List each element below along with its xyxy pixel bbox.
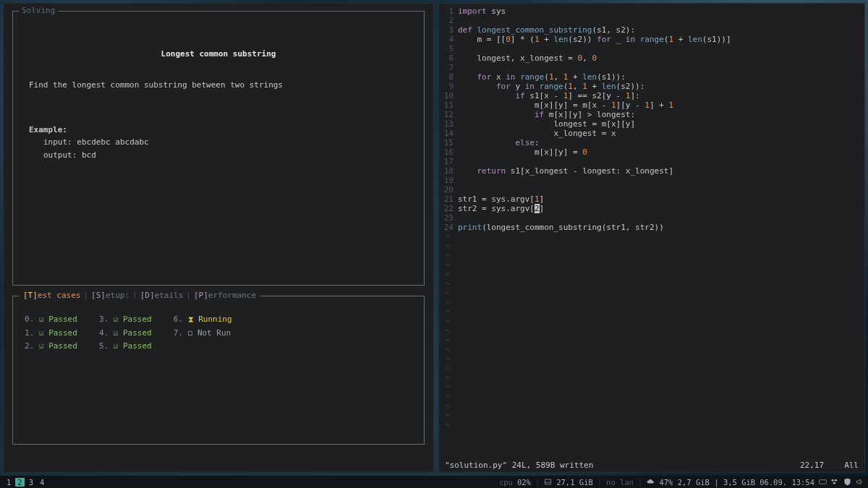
code-text[interactable]: str2 = sys.argv[2] [458,204,860,213]
code-line[interactable]: 10 if s1[x - 1] == s2[y - 1]: [442,91,860,100]
code-line[interactable]: 22str2 = sys.argv[2] [442,204,860,213]
code-text[interactable] [458,44,860,53]
test-case[interactable]: 3. ☑ Passed [99,314,152,326]
empty-line: ~ [442,373,860,382]
code-line[interactable]: 14 x_longest = x [442,129,860,138]
code-line[interactable]: 11 m[x][y] = m[x - 1][y - 1] + 1 [442,100,860,110]
code-line[interactable]: 2 [442,16,860,25]
empty-line: ~ [442,307,860,317]
code-text[interactable]: print(longest_common_substring(str1, str… [458,223,860,232]
code-line[interactable]: 18 return s1[x_longest - longest: x_long… [442,166,860,176]
empty-line: ~ [442,260,860,270]
code-text[interactable] [458,63,860,72]
cursor: 2 [535,204,540,213]
code-line[interactable]: 12 if m[x][y] > longest: [442,110,860,119]
code-line[interactable]: 15 else: [442,138,860,147]
line-number: 14 [442,129,458,138]
example-input: input: ebcdebc abcdabc [43,136,408,149]
line-number: 10 [442,91,458,100]
test-case[interactable]: 5. ☑ Passed [99,341,152,353]
code-text[interactable]: longest = m[x][y] [458,119,860,129]
code-text[interactable] [458,213,860,223]
keyboard-icon[interactable] [819,478,827,486]
example-output: output: bcd [43,149,408,162]
code-line[interactable]: 16 m[x][y] = 0 [442,147,860,157]
workspace-1[interactable]: 1 [4,478,13,487]
code-text[interactable]: str1 = sys.argv[1] [458,194,860,204]
code-text[interactable]: for y in range(1, 1 + len(s2)): [458,82,860,91]
code-text[interactable] [458,176,860,185]
code-text[interactable]: def longest_common_substring(s1, s2): [458,25,860,35]
code-line[interactable]: 7 [442,63,860,72]
tab-est cases[interactable]: [T]est cases [23,291,80,300]
code-text[interactable] [458,185,860,194]
clock: 06.09. 13:54 [760,478,814,487]
code-text[interactable]: longest, x_longest = 0, 0 [458,53,860,63]
code-line[interactable]: 17 [442,157,860,166]
separator: | [638,478,642,487]
test-case[interactable]: 7. ◻ Not Run [174,328,232,340]
empty-line: ~ [442,317,860,326]
disk-icon[interactable] [544,478,552,486]
code-text[interactable] [458,16,860,25]
empty-line: ~ [442,335,860,345]
code-line[interactable]: 8 for x in range(1, 1 + len(s1)): [442,72,860,82]
code-text[interactable]: m = [[0] * (1 + len(s2)) for _ in range(… [458,35,860,44]
workspace-4[interactable]: 4 [38,478,46,487]
code-text[interactable]: m[x][y] = m[x - 1][y - 1] + 1 [458,100,860,110]
problem-title: Longest common substring [23,49,414,59]
vim-status-message: "solution.py" 24L, 589B written [445,461,593,470]
code-line[interactable]: 5 [442,44,860,53]
code-text[interactable]: m[x][y] = 0 [458,147,860,157]
empty-line: ~ [442,392,860,401]
code-text[interactable]: return s1[x_longest - longest: x_longest… [458,166,860,176]
empty-line: ~ [442,241,860,251]
code-line[interactable]: 3def longest_common_substring(s1, s2): [442,25,860,35]
code-text[interactable]: if s1[x - 1] == s2[y - 1]: [458,91,860,100]
code-line[interactable]: 20 [442,185,860,194]
code-text[interactable]: if m[x][y] > longest: [458,110,860,119]
example-header: Example: [29,124,408,137]
test-case[interactable]: 6. ⧗ Running [174,314,232,326]
tab-erformance[interactable]: [P]erformance [194,291,256,300]
volume-icon[interactable] [856,478,864,486]
code-line[interactable]: 1import sys [442,7,860,16]
tab-etails[interactable]: [D]etails [140,291,184,300]
tab-etup:[interactable]: [S]etup: [91,291,129,300]
code-text[interactable] [458,157,860,166]
line-number: 4 [442,35,458,44]
problem-pane: Solving Longest common substring Find th… [3,3,434,473]
shield-icon[interactable] [843,478,851,486]
vim-status-bar: "solution.py" 24L, 589B written 22,17 Al… [439,458,864,472]
code-text[interactable]: x_longest = x [458,129,860,138]
code-line[interactable]: 13 longest = m[x][y] [442,119,860,129]
problem-box-label: Solving [19,6,58,15]
code-line[interactable]: 24print(longest_common_substring(str1, s… [442,223,860,232]
workspace-2[interactable]: 2 [15,478,24,487]
code-line[interactable]: 9 for y in range(1, 1 + len(s2)): [442,82,860,91]
code-line[interactable]: 23 [442,213,860,223]
code-editor[interactable]: 1import sys23def longest_common_substrin… [439,4,864,458]
test-case[interactable]: 4. ☑ Passed [99,328,152,340]
test-case[interactable]: 1. ☑ Passed [25,328,77,340]
tab-separator: | [186,291,191,300]
test-case[interactable]: 0. ☑ Passed [25,314,77,326]
line-number: 8 [442,72,458,82]
problem-text: Find the longest common substring betwee… [29,79,408,92]
empty-line: ~ [442,364,860,373]
code-line[interactable]: 6 longest, x_longest = 0, 0 [442,53,860,63]
code-text[interactable]: else: [458,138,860,147]
status-bar-right: cpu 02% | 27,1 GiB | no lan | 47% 2,7 Gi… [499,478,864,487]
code-line[interactable]: 21str1 = sys.argv[1] [442,194,860,204]
code-line[interactable]: 19 [442,176,860,185]
code-line[interactable]: 4 m = [[0] * (1 + len(s2)) for _ in rang… [442,35,860,44]
dropbox-icon[interactable] [831,478,839,486]
code-text[interactable]: import sys [458,7,860,16]
line-number: 15 [442,138,458,147]
workspace-3[interactable]: 3 [27,478,35,487]
workspace-switcher[interactable]: 1234 [4,478,46,487]
cloud-icon[interactable] [647,478,655,486]
code-text[interactable]: for x in range(1, 1 + len(s1)): [458,72,860,82]
tests-box: [T]est cases | [S]etup: | [D]etails | [P… [12,296,425,445]
test-case[interactable]: 2. ☑ Passed [25,341,77,353]
